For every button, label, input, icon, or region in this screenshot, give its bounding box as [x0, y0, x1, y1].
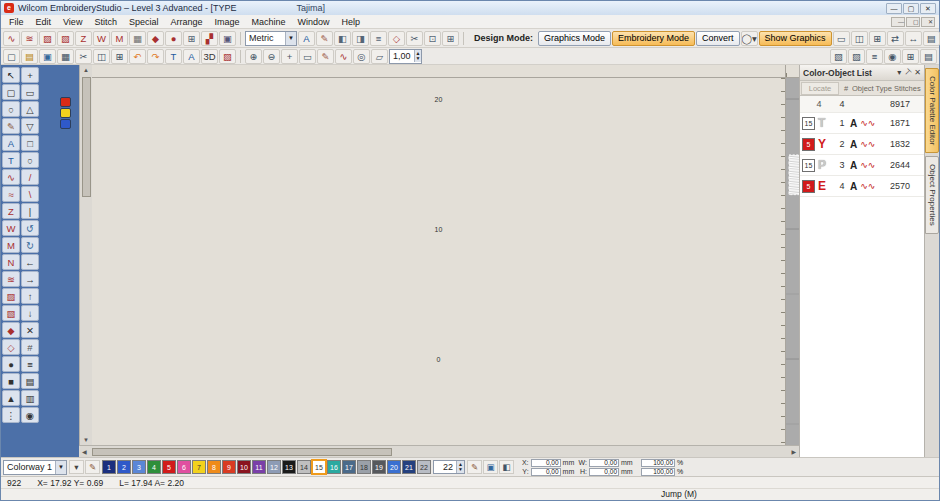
- satin-tool-icon[interactable]: W: [2, 220, 20, 236]
- color-swatch-8[interactable]: 8: [207, 460, 221, 474]
- scale-y-field[interactable]: 100,00: [641, 468, 675, 476]
- redo-icon[interactable]: ↷: [147, 49, 164, 64]
- columns-icon[interactable]: ▥: [21, 390, 39, 406]
- color-chip[interactable]: 5: [802, 138, 815, 151]
- color-swatch-13[interactable]: 13: [282, 460, 296, 474]
- scissors-icon[interactable]: ✂: [406, 31, 423, 46]
- target2-icon[interactable]: ◉: [21, 407, 39, 423]
- h-field[interactable]: 0,00: [589, 468, 619, 476]
- threed-icon[interactable]: 3D: [201, 49, 218, 64]
- tab-object-properties[interactable]: Object Properties: [925, 156, 939, 234]
- square-tool-icon[interactable]: ■: [2, 373, 20, 389]
- color-swatch-6[interactable]: 6: [177, 460, 191, 474]
- grid-icon[interactable]: ⊞: [183, 31, 200, 46]
- menu-item[interactable]: Stitch: [88, 17, 123, 27]
- colorway-select[interactable]: Colorway 1 ▼: [3, 460, 67, 475]
- pick-color-icon[interactable]: ◧: [499, 460, 514, 474]
- run-tool-icon[interactable]: ∿: [2, 169, 20, 185]
- scroll-right-icon[interactable]: ▶: [788, 448, 799, 455]
- maximize-button[interactable]: ▢: [903, 3, 919, 14]
- embroidery-mode-button[interactable]: Embroidery Mode: [612, 31, 695, 46]
- show-graphics-button[interactable]: Show Graphics: [759, 31, 832, 46]
- color-swatch-22[interactable]: 22: [417, 460, 431, 474]
- apply-color-icon[interactable]: ▣: [483, 460, 498, 474]
- scale-x-field[interactable]: 100,00: [641, 459, 675, 467]
- lettering-t-icon[interactable]: T: [165, 49, 182, 64]
- vertical-scrollbar[interactable]: ▲ ▼: [79, 65, 92, 445]
- pen-tool-icon[interactable]: ✎: [2, 118, 20, 134]
- menu-item[interactable]: Image: [208, 17, 245, 27]
- color-swatch-17[interactable]: 17: [342, 460, 356, 474]
- view-grid-icon[interactable]: ⊞: [902, 49, 919, 64]
- grid2-icon[interactable]: ⊞: [869, 31, 886, 46]
- layers-icon[interactable]: ▤: [21, 373, 39, 389]
- rotate-ccw-icon[interactable]: ↺: [21, 220, 39, 236]
- square-icon[interactable]: □: [21, 135, 39, 151]
- dot-tool-icon[interactable]: ●: [2, 356, 20, 372]
- color-swatch-18[interactable]: 18: [357, 460, 371, 474]
- color-chip[interactable]: 15: [802, 117, 815, 130]
- view2-icon[interactable]: ▨: [848, 49, 865, 64]
- column-header-object-type[interactable]: Object Type: [852, 84, 894, 93]
- color-swatch-19[interactable]: 19: [372, 460, 386, 474]
- copy-icon[interactable]: ◫: [851, 31, 868, 46]
- add-node-icon[interactable]: +: [21, 67, 39, 83]
- object-row[interactable]: 5 Y 2 A ∿∿ 1832: [800, 134, 924, 155]
- outline-tool-icon[interactable]: ◇: [2, 339, 20, 355]
- hatch-icon[interactable]: ▨: [219, 49, 236, 64]
- pan-icon[interactable]: +: [281, 49, 298, 64]
- close-button[interactable]: ✕: [920, 3, 936, 14]
- edit-icon[interactable]: ✎: [316, 31, 333, 46]
- minimize-button[interactable]: —: [886, 3, 902, 14]
- menu-item[interactable]: Edit: [30, 17, 58, 27]
- split-right-icon[interactable]: ◨: [352, 31, 369, 46]
- tatami-stitch-icon[interactable]: ▨: [39, 31, 56, 46]
- lettering-icon[interactable]: A: [298, 31, 315, 46]
- box-icon[interactable]: ⊡: [424, 31, 441, 46]
- hatch-tool-icon[interactable]: ▨: [2, 288, 20, 304]
- object-row[interactable]: 5 E 4 A ∿∿ 2570: [800, 176, 924, 197]
- close-icon[interactable]: ✕: [914, 68, 921, 77]
- spiral-icon[interactable]: ●: [165, 31, 182, 46]
- e-stitch-icon[interactable]: W: [93, 31, 110, 46]
- column-header-hash[interactable]: #: [840, 84, 852, 93]
- object-row[interactable]: 15 P 3 A ∿∿ 2644: [800, 155, 924, 176]
- motif-stitch-icon[interactable]: ▧: [57, 31, 74, 46]
- cut-icon[interactable]: ✂: [75, 49, 92, 64]
- ellipse-tool-icon[interactable]: ○: [2, 101, 20, 117]
- mini-swatch[interactable]: [60, 119, 71, 129]
- vertical-scroll-thumb[interactable]: [82, 77, 91, 197]
- view-rows-icon[interactable]: ▤: [920, 49, 937, 64]
- doc-restore-button[interactable]: ▢: [906, 17, 920, 27]
- doc-close-button[interactable]: ✕: [921, 17, 935, 27]
- view1-icon[interactable]: ▧: [830, 49, 847, 64]
- letter-T[interactable]: T: [788, 99, 799, 425]
- delete-icon[interactable]: ✕: [21, 322, 39, 338]
- view-dot-icon[interactable]: ◉: [884, 49, 901, 64]
- menu-item[interactable]: View: [57, 17, 88, 27]
- scroll-left-icon[interactable]: ◀: [79, 448, 90, 455]
- view-list-icon[interactable]: ≡: [866, 49, 883, 64]
- split-left-icon[interactable]: ◧: [334, 31, 351, 46]
- save-icon[interactable]: ▣: [39, 49, 56, 64]
- new-icon[interactable]: ▢: [3, 49, 20, 64]
- left-icon[interactable]: ←: [21, 254, 39, 270]
- convert-button[interactable]: Convert: [696, 31, 740, 46]
- rect-icon[interactable]: ▭: [833, 31, 850, 46]
- color-chip[interactable]: 15: [802, 159, 815, 172]
- resize-icon[interactable]: ↔: [905, 31, 922, 46]
- run-stitch-icon[interactable]: ∿: [3, 31, 20, 46]
- more-tools-icon[interactable]: ⋮: [2, 407, 20, 423]
- paste-icon[interactable]: ⊞: [111, 49, 128, 64]
- color-swatch-11[interactable]: 11: [252, 460, 266, 474]
- colorway-edit-icon[interactable]: ✎: [85, 460, 100, 474]
- pattern-icon[interactable]: ▣: [219, 31, 236, 46]
- rect-tool-icon[interactable]: ▭: [21, 84, 39, 100]
- zoom-factor-input[interactable]: 1,00 ▲▼: [389, 49, 422, 64]
- color-count-spinner[interactable]: 22 ▲▼: [433, 460, 465, 474]
- contour-icon[interactable]: ◆: [147, 31, 164, 46]
- mini-swatch[interactable]: [60, 108, 71, 118]
- copy2-icon[interactable]: ◫: [93, 49, 110, 64]
- grade-tool-icon[interactable]: ▧: [2, 305, 20, 321]
- wave-tool-icon[interactable]: ≈: [2, 186, 20, 202]
